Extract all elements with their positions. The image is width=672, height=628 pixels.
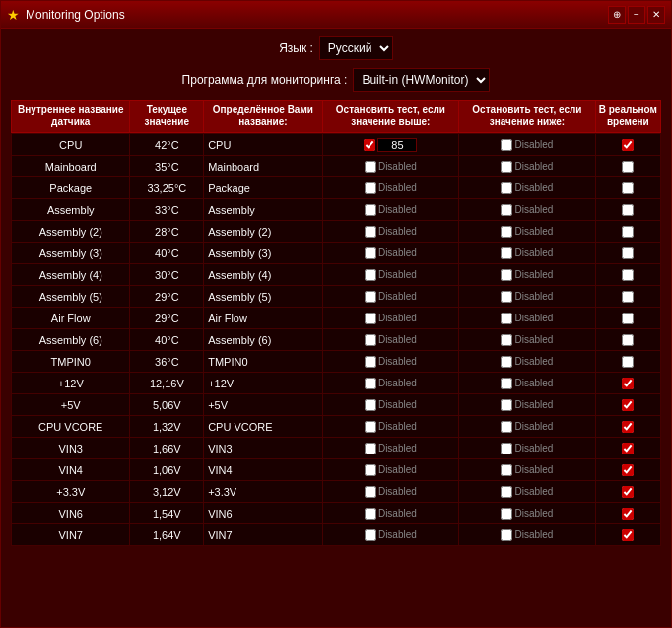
stop-high-checkbox[interactable]: [365, 356, 376, 368]
stop-low-checkbox[interactable]: [501, 378, 512, 389]
realtime-checkbox[interactable]: [622, 486, 634, 498]
cell-stop-low: Disabled: [459, 351, 596, 373]
stop-high-checkbox[interactable]: [365, 508, 376, 520]
stop-high-checkbox[interactable]: [365, 247, 376, 259]
realtime-checkbox[interactable]: [622, 269, 634, 281]
cell-custom-name: +12V: [204, 373, 322, 394]
stop-high-checkbox[interactable]: [364, 139, 375, 151]
cell-sensor-name: Package: [12, 177, 130, 199]
close-button[interactable]: ✕: [647, 6, 665, 24]
realtime-checkbox[interactable]: [622, 334, 634, 346]
stop-high-checkbox[interactable]: [365, 313, 376, 324]
stop-low-checkbox[interactable]: [501, 269, 512, 281]
cell-sensor-name: VIN6: [12, 503, 130, 524]
cell-realtime: [595, 394, 660, 416]
stop-high-disabled: Disabled: [378, 269, 417, 280]
stop-low-checkbox[interactable]: [501, 399, 512, 411]
language-select[interactable]: Русский: [319, 36, 393, 60]
stop-high-value[interactable]: [377, 138, 417, 152]
realtime-checkbox[interactable]: [622, 443, 634, 454]
stop-high-checkbox[interactable]: [365, 182, 376, 194]
stop-low-checkbox[interactable]: [501, 204, 512, 216]
stop-high-checkbox[interactable]: [365, 226, 376, 238]
stop-high-checkbox[interactable]: [365, 529, 376, 541]
realtime-checkbox[interactable]: [622, 464, 634, 476]
stop-low-checkbox[interactable]: [501, 247, 512, 259]
stop-low-checkbox[interactable]: [501, 443, 512, 454]
realtime-checkbox[interactable]: [622, 399, 634, 411]
cell-sensor-name: CPU: [12, 134, 130, 156]
realtime-checkbox[interactable]: [622, 247, 634, 259]
stop-low-disabled: Disabled: [514, 161, 553, 172]
cell-realtime: [595, 264, 660, 286]
cell-sensor-name: Assembly: [12, 199, 130, 221]
stop-low-disabled: Disabled: [514, 508, 553, 519]
cell-stop-high: Disabled: [322, 481, 459, 503]
realtime-checkbox[interactable]: [622, 421, 634, 433]
content-area: Язык : Русский Программа для мониторинга…: [1, 29, 671, 627]
stop-low-disabled: Disabled: [514, 399, 553, 410]
realtime-checkbox[interactable]: [622, 291, 634, 303]
stop-low-checkbox[interactable]: [501, 182, 512, 194]
stop-high-checkbox[interactable]: [365, 161, 376, 173]
table-row: CPU VCORE1,32VCPU VCOREDisabledDisabled: [12, 416, 661, 438]
realtime-checkbox[interactable]: [622, 161, 634, 173]
realtime-checkbox[interactable]: [622, 226, 634, 238]
table-row: Air Flow29°CAir FlowDisabledDisabled: [12, 308, 661, 329]
stop-low-checkbox[interactable]: [501, 421, 512, 433]
realtime-checkbox[interactable]: [622, 204, 634, 216]
cell-stop-low: Disabled: [459, 177, 596, 199]
stop-low-checkbox[interactable]: [501, 464, 512, 476]
stop-low-checkbox[interactable]: [501, 508, 512, 520]
realtime-checkbox[interactable]: [622, 508, 634, 520]
stop-high-disabled: Disabled: [378, 529, 417, 540]
cell-realtime: [595, 177, 660, 199]
stop-low-checkbox[interactable]: [501, 161, 512, 173]
stop-high-checkbox[interactable]: [365, 334, 376, 346]
move-button[interactable]: ⊕: [608, 6, 626, 24]
realtime-checkbox[interactable]: [622, 182, 634, 194]
cell-current-value: 40°C: [130, 329, 204, 351]
stop-low-checkbox[interactable]: [501, 486, 512, 498]
table-row: VIN71,64VVIN7DisabledDisabled: [12, 524, 661, 546]
stop-low-checkbox[interactable]: [501, 291, 512, 303]
cell-sensor-name: CPU VCORE: [12, 416, 130, 438]
stop-low-checkbox[interactable]: [501, 529, 512, 541]
stop-high-checkbox[interactable]: [365, 464, 376, 476]
stop-high-checkbox[interactable]: [365, 291, 376, 303]
stop-low-disabled: Disabled: [514, 313, 553, 323]
realtime-checkbox[interactable]: [622, 313, 634, 324]
cell-stop-high: Disabled: [322, 264, 459, 286]
stop-low-checkbox[interactable]: [501, 334, 512, 346]
stop-low-checkbox[interactable]: [501, 313, 512, 324]
realtime-checkbox[interactable]: [622, 139, 634, 151]
stop-high-checkbox[interactable]: [365, 399, 376, 411]
stop-high-checkbox[interactable]: [365, 378, 376, 389]
cell-sensor-name: Assembly (6): [12, 329, 130, 351]
cell-current-value: 28°C: [130, 221, 204, 243]
star-icon: ★: [7, 7, 20, 23]
stop-high-checkbox[interactable]: [365, 269, 376, 281]
cell-stop-low: Disabled: [459, 394, 596, 416]
title-bar-left: ★ Monitoring Options: [7, 7, 125, 23]
cell-realtime: [595, 459, 660, 481]
table-body-scroll[interactable]: CPU42°CCPUDisabledMainboard35°CMainboard…: [11, 133, 661, 546]
cell-sensor-name: VIN3: [12, 438, 130, 459]
realtime-checkbox[interactable]: [622, 378, 634, 389]
stop-high-checkbox[interactable]: [365, 486, 376, 498]
stop-high-checkbox[interactable]: [365, 443, 376, 454]
stop-high-checkbox[interactable]: [365, 204, 376, 216]
minimize-button[interactable]: −: [628, 6, 645, 24]
monitor-select[interactable]: Built-in (HWMonitor): [353, 68, 490, 92]
stop-high-disabled: Disabled: [378, 226, 417, 237]
realtime-checkbox[interactable]: [622, 356, 634, 368]
cell-custom-name: +3.3V: [204, 481, 322, 503]
realtime-checkbox[interactable]: [622, 529, 634, 541]
table-row: CPU42°CCPUDisabled: [12, 134, 661, 156]
cell-stop-low: Disabled: [459, 221, 596, 243]
stop-low-checkbox[interactable]: [501, 356, 512, 368]
stop-low-checkbox[interactable]: [501, 139, 512, 151]
stop-low-checkbox[interactable]: [501, 226, 512, 238]
stop-high-disabled: Disabled: [378, 182, 417, 193]
stop-high-checkbox[interactable]: [365, 421, 376, 433]
